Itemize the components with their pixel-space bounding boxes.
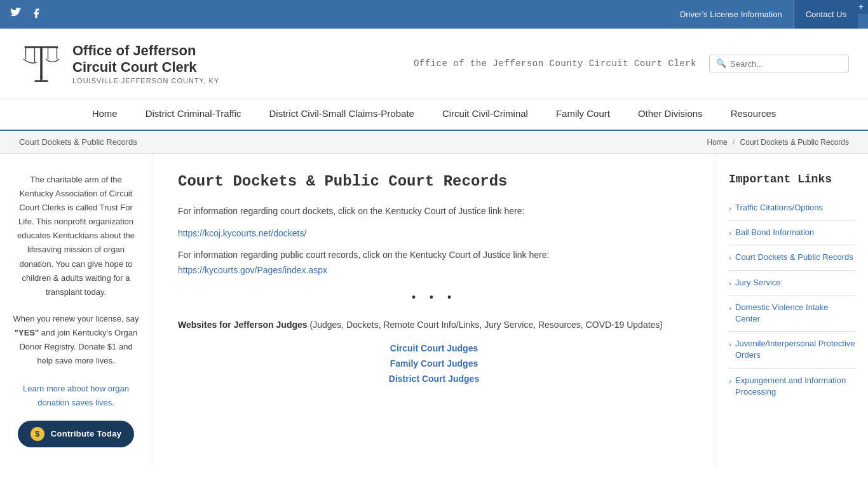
nav-item-circuit-civil[interactable]: Circuit Civil-Criminal [428,99,542,130]
breadcrumb-left: Court Dockets & Public Records [19,137,137,147]
twitter-link[interactable] [10,8,22,22]
dollar-icon: $ [31,427,44,441]
link-item-protective-orders[interactable]: › Juvenile/Interpersonal Protective Orde… [729,332,855,368]
nav-item-district-civil[interactable]: District Civil-Small Claims-Probate [255,99,428,130]
breadcrumb-home-link[interactable]: Home [707,138,728,147]
breadcrumb-right: Home / Court Dockets & Public Records [707,138,849,147]
breadcrumb-separator: / [733,138,735,147]
websites-sub: (Judges, Dockets, Remote Court Info/Link… [309,320,663,330]
header-right: Office of the Jefferson County Circuit C… [414,55,849,72]
link-item-traffic-citations[interactable]: › Traffic Citations/Options [729,196,855,220]
yes-text: "YES" [15,328,39,337]
social-links [10,8,42,22]
logo-title-line1: Office of Jefferson [72,43,219,59]
nav-item-other-divisions[interactable]: Other Divisions [624,99,717,130]
public-records-link[interactable]: https://kycourts.gov/Pages/index.aspx [178,265,327,275]
logo-subtitle: LOUISVILLE·JEFFERSON COUNTY, KY [72,77,219,85]
learn-organ-donation-link[interactable]: Learn more about how organ donation save… [23,384,129,407]
chevron-right-icon: › [729,339,731,349]
logo-title-line2: Circuit Court Clerk [72,59,219,76]
link-item-domestic-violence[interactable]: › Domestic Violence Intake Center [729,295,855,332]
nav-item-resources[interactable]: Resources [717,99,790,130]
search-box[interactable]: 🔍 [709,55,849,72]
important-links-heading: Important Links [729,173,855,186]
chevron-right-icon: › [729,253,731,262]
main-nav: Home District Criminal-Traffic District … [0,99,868,131]
link-item-expungement[interactable]: › Expungement and Information Processing [729,369,855,404]
breadcrumb-bar: Court Dockets & Public Records Home / Co… [0,131,868,154]
domestic-violence-link[interactable]: Domestic Violence Intake Center [735,302,855,325]
header-site-title: Office of the Jefferson County Circuit C… [414,58,696,69]
traffic-citations-link[interactable]: Traffic Citations/Options [735,202,823,214]
nav-item-district-criminal[interactable]: District Criminal-Traffic [132,99,255,130]
facebook-link[interactable] [31,8,42,22]
link-item-jury-service[interactable]: › Jury Service [729,271,855,295]
websites-section: Websites for Jefferson Judges (Judges, D… [178,318,690,333]
circuit-court-judges-link[interactable]: Circuit Court Judges [390,343,478,353]
dots-divider: • • • [178,290,690,305]
search-icon: 🔍 [716,58,726,69]
content-para-2: For information regarding public court r… [178,248,690,278]
nav-item-home[interactable]: Home [78,99,132,130]
breadcrumb-current: Court Dockets & Public Records [740,138,849,147]
page-heading: Court Dockets & Public Court Records [178,173,690,190]
contribute-label: Contribute Today [51,429,121,438]
right-sidebar: Important Links › Traffic Citations/Opti… [715,154,868,466]
header: Office of Jefferson Circuit Court Clerk … [0,29,868,99]
websites-heading: Websites for Jefferson Judges [178,320,308,330]
bail-bond-link[interactable]: Bail Bond Information [735,227,814,238]
jury-service-link[interactable]: Jury Service [735,277,781,288]
protective-orders-link[interactable]: Juvenile/Interpersonal Protective Orders [735,338,855,361]
link-item-bail-bond[interactable]: › Bail Bond Information [729,220,855,245]
svg-rect-0 [40,47,43,78]
contact-us-link[interactable]: Contact Us [794,0,858,29]
family-court-judges-link[interactable]: Family Court Judges [390,358,478,369]
chevron-right-icon: › [729,303,731,313]
top-nav: Driver's License Information Contact Us [668,0,858,29]
left-sidebar: The charitable arm of the Kentucky Assoc… [0,154,153,466]
nav-item-family-court[interactable]: Family Court [542,99,624,130]
search-input[interactable] [730,59,842,69]
center-content: Court Dockets & Public Court Records For… [153,154,715,466]
district-court-judges-link[interactable]: District Court Judges [389,374,479,384]
chevron-right-icon: › [729,203,731,213]
svg-rect-3 [35,80,48,82]
svg-rect-2 [40,76,43,80]
top-bar: Driver's License Information Contact Us … [0,0,868,29]
chevron-right-icon: › [729,228,731,238]
scales-logo-icon [19,41,64,86]
renew-license-text: When you renew your license, say "YES" a… [13,312,139,410]
plus-badge: + [854,0,868,14]
logo-text: Office of Jefferson Circuit Court Clerk … [72,43,219,85]
contribute-button[interactable]: $ Contribute Today [18,421,134,447]
important-links-list: › Traffic Citations/Options › Bail Bond … [729,196,855,404]
chevron-right-icon: › [729,376,731,386]
judge-links-list: Circuit Court Judges Family Court Judges… [178,343,690,384]
expungement-link[interactable]: Expungement and Information Processing [735,375,855,398]
main-content: The charitable arm of the Kentucky Assoc… [0,154,868,466]
organ-donation-text: The charitable arm of the Kentucky Assoc… [13,173,139,299]
drivers-license-link[interactable]: Driver's License Information [668,0,794,29]
logo-area: Office of Jefferson Circuit Court Clerk … [19,41,219,86]
court-dockets-link[interactable]: Court Dockets & Public Records [735,252,853,263]
content-para-1: For information regarding court dockets,… [178,204,690,219]
chevron-right-icon: › [729,278,731,288]
dockets-link[interactable]: https://kcoj.kycourts.net/dockets/ [178,228,306,238]
link-item-court-dockets[interactable]: › Court Dockets & Public Records [729,245,855,270]
